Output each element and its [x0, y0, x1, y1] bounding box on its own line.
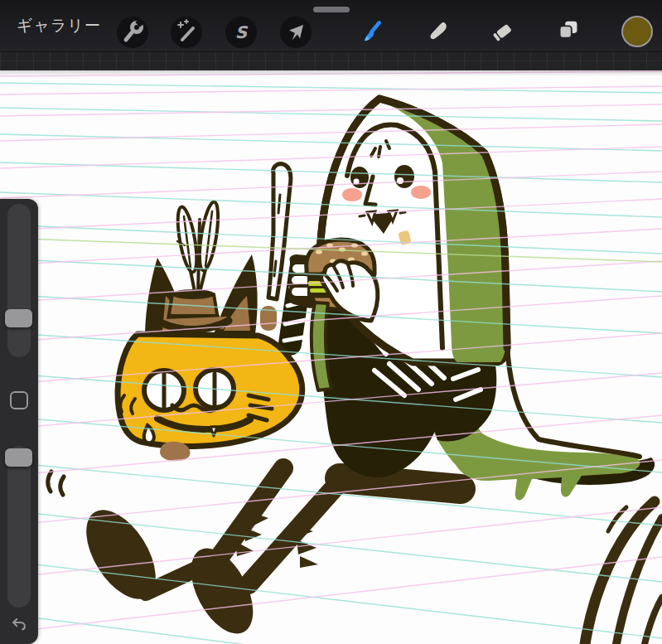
layers-icon	[553, 17, 583, 46]
gallery-label: ギャラリー	[17, 15, 101, 36]
corner-arcs-drawing	[585, 501, 662, 644]
size-slider[interactable]	[7, 204, 31, 357]
cat-drawing	[48, 164, 302, 495]
character-drawing	[72, 99, 655, 644]
canvas-margin-grid	[0, 51, 662, 70]
undo-arrow-icon	[10, 614, 28, 632]
smudge-finger-icon	[423, 17, 453, 46]
top-toolbar: ギャラリー S	[0, 0, 662, 51]
selection-button[interactable]: S	[225, 17, 257, 48]
brush-sidebar	[0, 199, 38, 644]
drag-handle[interactable]	[313, 7, 350, 12]
layers-button[interactable]	[553, 17, 583, 46]
svg-text:S: S	[235, 22, 249, 42]
canvas-surface[interactable]	[0, 70, 662, 644]
transform-button[interactable]	[280, 17, 312, 48]
opacity-slider-handle[interactable]	[5, 448, 32, 467]
color-swatch-button[interactable]	[621, 16, 653, 47]
eraser-button[interactable]	[489, 17, 519, 46]
opacity-slider[interactable]	[7, 446, 31, 608]
modify-button[interactable]	[10, 391, 28, 409]
selection-s-icon: S	[225, 17, 257, 48]
smudge-button[interactable]	[423, 17, 453, 46]
paintbrush-icon	[358, 17, 388, 46]
guide-lines	[0, 70, 662, 644]
eraser-icon	[489, 17, 519, 46]
undo-button[interactable]	[9, 613, 29, 633]
size-slider-handle[interactable]	[5, 309, 32, 327]
wrench-icon	[117, 17, 148, 48]
canvas-artwork	[0, 70, 662, 644]
app-screen: ギャラリー S	[0, 0, 662, 644]
arrow-cursor-icon	[280, 17, 312, 48]
actions-button[interactable]	[117, 17, 148, 48]
magic-wand-icon	[171, 17, 202, 48]
gallery-button[interactable]: ギャラリー	[17, 0, 101, 51]
adjustments-button[interactable]	[171, 17, 202, 48]
paint-button[interactable]	[358, 17, 388, 46]
